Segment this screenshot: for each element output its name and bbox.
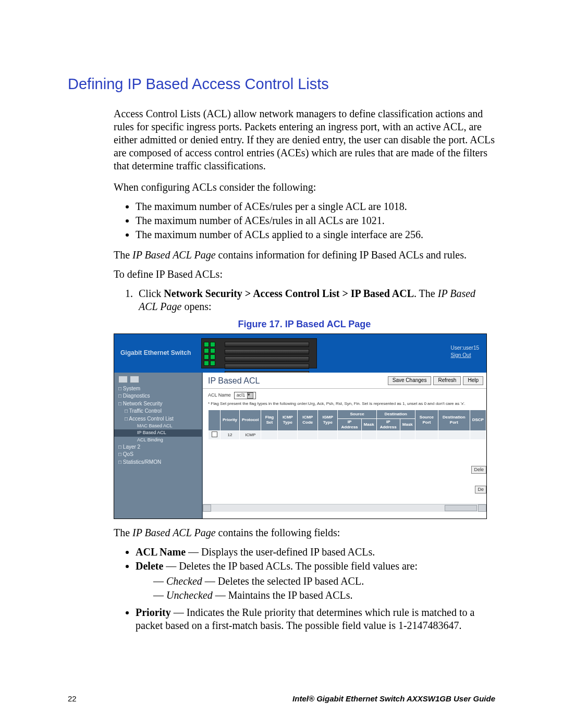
list-item: ACL Name — Displays the user-defined IP … <box>136 546 495 559</box>
sidebar-item-layer-2[interactable]: Layer 2 <box>114 443 202 451</box>
list-item: The maximum number of ACLs applied to a … <box>136 228 495 241</box>
col-dscp: DSCP <box>470 410 486 430</box>
col-checkbox <box>209 410 221 430</box>
fields-list: ACL Name — Displays the user-defined IP … <box>114 546 495 632</box>
col-igmp-type: IGMP Type <box>318 410 338 430</box>
chevron-down-icon <box>247 392 253 399</box>
cell-priority: 12 <box>221 430 240 439</box>
user-label: User:user15 <box>451 344 479 352</box>
sidebar-tool-icon[interactable] <box>130 376 139 383</box>
col-source: Source <box>338 410 376 418</box>
list-item: The maximum number of ACEs/rules per a s… <box>136 200 495 213</box>
acl-name-label: ACL Name <box>208 392 231 398</box>
sidebar-item-acl-binding[interactable]: ACL Binding <box>114 437 202 443</box>
user-block: User:user15 Sign Out <box>451 344 479 359</box>
screenshot-main: IP Based ACL Save Changes Refresh Help A… <box>202 373 486 519</box>
sidebar-tool-icon[interactable] <box>118 376 128 383</box>
delete-sublist: Checked — Deletes the selected IP based … <box>136 575 495 602</box>
sidebar-item-network-security[interactable]: Network Security <box>114 400 202 408</box>
table-row: 12 ICMP <box>209 430 486 439</box>
sidebar-item-access-control-list[interactable]: Access Control List <box>114 415 202 423</box>
panel-title: IP Based ACL <box>208 376 260 386</box>
sidebar-item-statistics-rmon[interactable]: Statistics/RMON <box>114 459 202 466</box>
list-item: Priority — Indicates the Rule priority t… <box>136 606 495 632</box>
list-item: Checked — Deletes the selected IP based … <box>153 575 495 588</box>
acl-name-select[interactable]: acl1 <box>234 392 256 399</box>
device-brand: Gigabit Ethernet Switch <box>120 349 191 357</box>
col-protocol: Protocol <box>240 410 261 430</box>
define-paragraph: To define IP Based ACLs: <box>114 268 495 281</box>
col-icmp-code: ICMP Code <box>298 410 318 430</box>
sidebar-item-ip-based-acl[interactable]: IP Based ACL <box>114 429 202 436</box>
screenshot-header: Gigabit Ethernet Switch User:user15 Sign… <box>114 334 486 373</box>
device-panel-graphic <box>201 338 317 368</box>
step-item: Click Network Security > Access Control … <box>136 287 495 313</box>
col-source-ip: IP Address <box>338 418 361 430</box>
screenshot-sidebar: SystemDiagnosticsNetwork SecurityTraffic… <box>114 373 202 519</box>
refresh-button[interactable]: Refresh <box>433 376 461 385</box>
figure-caption: Figure 17. IP Based ACL Page <box>114 318 495 330</box>
sidebar-item-diagnostics[interactable]: Diagnostics <box>114 392 202 400</box>
help-button[interactable]: Help <box>463 376 483 385</box>
document-title-footer: Intel® Gigabit Ethernet Switch AXXSW1GB … <box>292 694 495 703</box>
screenshot-ip-based-acl: Gigabit Ethernet Switch User:user15 Sign… <box>114 334 487 519</box>
sidebar-item-qos[interactable]: QoS <box>114 451 202 459</box>
col-priority: Priority <box>221 410 240 430</box>
list-item: Unchecked — Maintains the IP based ACLs. <box>153 589 495 602</box>
scroll-right-icon[interactable] <box>478 504 486 512</box>
sidebar-item-system[interactable]: System <box>114 385 202 393</box>
page-reference-paragraph: The IP Based ACL Page contains informati… <box>114 249 495 262</box>
col-icmp-type: ICMP Type <box>278 410 298 430</box>
fields-intro: The IP Based ACL Page contains the follo… <box>114 526 495 539</box>
col-destination: Destination <box>376 410 415 418</box>
col-source-mask: Mask <box>361 418 376 430</box>
de-button[interactable]: De <box>475 486 486 493</box>
delete-button[interactable]: Dele <box>471 466 486 474</box>
list-item: The maximum number of ACEs/rules in all … <box>136 214 495 227</box>
cell-protocol: ICMP <box>240 430 261 439</box>
horizontal-scrollbar[interactable] <box>203 504 486 512</box>
col-dest-ip: IP Address <box>376 418 400 430</box>
acl-rules-table: Priority Protocol Flag Set ICMP Type ICM… <box>208 410 486 440</box>
list-item: Delete — Deletes the IP based ACLs. The … <box>136 560 495 602</box>
flag-note: * Flag Set present the flag types in the… <box>208 401 486 406</box>
row-checkbox[interactable] <box>212 431 217 437</box>
intro-paragraph-2: When configuring ACLs consider the follo… <box>114 181 495 194</box>
col-source-port: Source Port <box>415 410 438 430</box>
scroll-left-icon[interactable] <box>203 504 211 512</box>
sidebar-toolbar <box>114 376 202 385</box>
page-number: 22 <box>68 694 77 703</box>
scroll-thumb[interactable] <box>445 505 477 511</box>
col-destination-port: Destination Port <box>438 410 470 430</box>
col-flag-set: Flag Set <box>261 410 278 430</box>
sidebar-item-traffic-control[interactable]: Traffic Control <box>114 408 202 415</box>
sidebar-item-mac-based-acl[interactable]: MAC Based ACL <box>114 423 202 429</box>
steps-list: Click Network Security > Access Control … <box>114 287 495 313</box>
col-dest-mask: Mask <box>400 418 415 430</box>
sign-out-link[interactable]: Sign Out <box>451 352 479 359</box>
save-changes-button[interactable]: Save Changes <box>388 376 432 385</box>
intro-paragraph-1: Access Control Lists (ACL) allow network… <box>114 107 495 172</box>
consider-list: The maximum number of ACEs/rules per a s… <box>114 200 495 241</box>
section-heading: Defining IP Based Access Control Lists <box>68 76 495 93</box>
